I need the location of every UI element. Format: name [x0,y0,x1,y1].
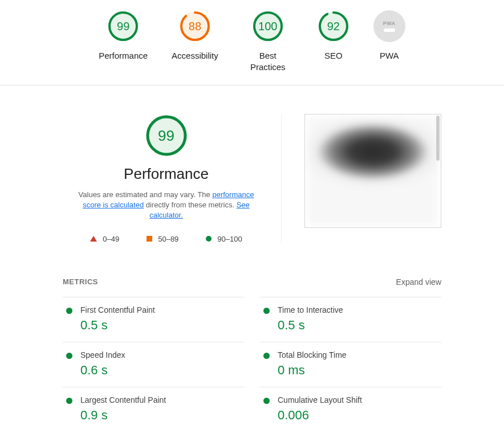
performance-section: 99 Performance Values are estimated and … [0,85,504,243]
gauge-label: Best Practices [242,50,294,72]
metric-row[interactable]: Largest Contentful Paint0.9 s [63,387,244,429]
gauge-ring-icon: 100 [252,10,284,42]
metric-value: 0.006 [278,408,362,423]
gauge-label: SEO [324,50,343,62]
metric-value: 0.6 s [80,363,125,378]
status-pass-icon [66,398,72,404]
metrics-header: METRICS Expand view [63,277,441,287]
metrics-grid: First Contentful Paint0.5 sTime to Inter… [63,297,441,429]
metric-value: 0.5 s [278,318,343,333]
gauge-accessibility[interactable]: 88Accessibility [172,10,218,72]
performance-big-score: 99 [145,114,188,157]
metric-row[interactable]: Speed Index0.6 s [63,342,244,387]
performance-summary: 99 Performance Values are estimated and … [63,114,282,243]
gauge-performance[interactable]: 99Performance [99,10,148,72]
legend-label: 90–100 [217,235,242,243]
triangle-icon [90,236,97,242]
metric-name: Speed Index [80,350,125,359]
metric-row[interactable]: Cumulative Layout Shift0.006 [260,387,441,429]
metric-value: 0 ms [278,363,347,378]
gauge-ring-icon: 99 [107,10,139,42]
screenshot-thumbnail[interactable] [304,114,441,228]
metric-name: First Contentful Paint [80,305,155,314]
square-icon [147,236,152,242]
thumbnail-scrollbar[interactable] [436,116,440,161]
metric-name: Largest Contentful Paint [80,395,166,405]
performance-title: Performance [124,165,209,183]
performance-description: Values are estimated and may vary. The p… [70,190,263,221]
status-pass-icon [263,353,270,359]
metric-value: 0.9 s [80,408,166,423]
legend-label: 0–49 [103,235,119,243]
gauge-label: Performance [99,50,148,62]
gauge-ring-icon: 88 [179,10,211,42]
metric-name: Total Blocking Time [278,350,347,359]
gauge-score: 88 [179,10,211,42]
metrics-section: METRICS Expand view First Contentful Pai… [0,243,504,429]
status-pass-icon [263,398,270,404]
score-gauges-row: 99Performance88Accessibility100Best Prac… [0,0,504,85]
gauge-ring-icon: 92 [318,10,349,42]
thumbnail-image [308,117,438,224]
gauge-score: 100 [252,10,284,42]
legend-item: 50–89 [147,235,178,243]
metric-value: 0.5 s [80,318,155,333]
metric-row[interactable]: First Contentful Paint0.5 s [63,297,244,342]
metric-name: Time to Interactive [278,305,343,314]
score-legend: 0–4950–8990–100 [90,235,242,243]
metric-row[interactable]: Time to Interactive0.5 s [260,297,441,342]
status-pass-icon [66,308,72,314]
gauge-seo[interactable]: 92SEO [318,10,349,72]
legend-item: 90–100 [206,235,242,243]
gauge-best-practices[interactable]: 100Best Practices [242,10,294,72]
desc-text: Values are estimated and may vary. The [79,190,213,199]
status-pass-icon [263,308,270,314]
circle-icon [206,236,212,242]
desc-text: directly from these metrics. [144,201,237,209]
performance-big-gauge: 99 [145,114,188,157]
pwa-badge-icon: PWA [373,10,405,42]
gauge-pwa[interactable]: PWAPWA [373,10,405,72]
gauge-score: 92 [318,10,349,42]
gauge-label: PWA [380,50,399,62]
metric-row[interactable]: Total Blocking Time0 ms [260,342,441,387]
metrics-heading: METRICS [63,277,98,286]
legend-label: 50–89 [158,235,178,243]
gauge-score: 99 [107,10,139,42]
gauge-label: Accessibility [172,50,218,62]
metric-name: Cumulative Layout Shift [278,395,362,405]
status-pass-icon [66,353,72,359]
legend-item: 0–49 [90,235,119,243]
expand-view-toggle[interactable]: Expand view [396,277,441,287]
